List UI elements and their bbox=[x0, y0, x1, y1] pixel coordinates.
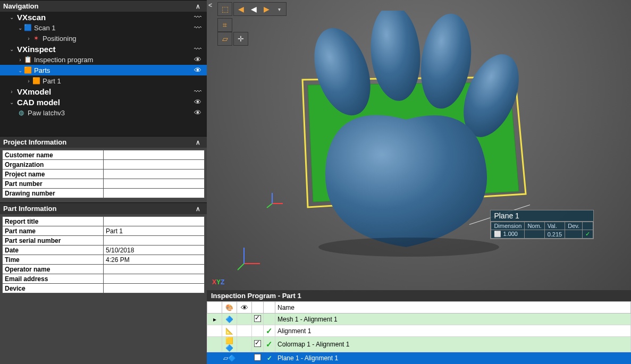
table-row[interactable]: Date5/10/2018 bbox=[3, 246, 205, 255]
row-name: Alignment 1 bbox=[275, 325, 631, 337]
grid-row[interactable]: 🟨🔷 ✓ Colormap 1 - Alignment 1 bbox=[207, 337, 631, 352]
table-row[interactable]: Project name bbox=[3, 170, 205, 179]
value[interactable] bbox=[104, 265, 205, 274]
table-row[interactable]: Customer name bbox=[3, 150, 205, 160]
table-row[interactable]: Part serial number bbox=[3, 236, 205, 246]
table-row[interactable]: Device bbox=[3, 284, 205, 293]
table-row[interactable]: Drawing number bbox=[3, 189, 205, 198]
value[interactable] bbox=[104, 160, 205, 170]
tree-part1[interactable]: › 🟧 Part 1 bbox=[0, 75, 207, 86]
wave-icon[interactable]: 〰 bbox=[192, 45, 204, 53]
grid-col-type[interactable]: 🎨 bbox=[222, 302, 237, 314]
tree-vxmodel[interactable]: › VXmodel 〰 bbox=[0, 86, 207, 97]
grid-row[interactable]: 📐 ✓ Alignment 1 bbox=[207, 325, 631, 337]
inspection-grid-header[interactable]: Inspection Program - Part 1 bbox=[207, 290, 631, 301]
expand-icon[interactable]: ⌄ bbox=[9, 46, 15, 52]
value[interactable]: Part 1 bbox=[104, 226, 205, 236]
expand-icon[interactable]: ⌄ bbox=[17, 67, 23, 73]
expand-icon[interactable]: › bbox=[17, 57, 23, 63]
table-row[interactable]: Report title bbox=[3, 217, 205, 226]
grid-row-selected[interactable]: ▱🔷 ✓ Plane 1 - Alignment 1 bbox=[207, 352, 631, 364]
inspection-grid: 🎨 👁 Name ▸ 🔷 Mesh 1 - Alignment 1 📐 ✓ bbox=[207, 301, 631, 364]
collapse-icon[interactable]: ∧ bbox=[193, 3, 203, 10]
table-row[interactable]: Operator name bbox=[3, 265, 205, 274]
3d-viewport[interactable]: < ⬚ ◀ ◀ ▶ ▾ ⌗ ▱ ✛ bbox=[207, 0, 631, 290]
tree-vxscan[interactable]: ⌄ VXscan 〰 bbox=[0, 12, 207, 22]
table-row[interactable]: Time4:26 PM bbox=[3, 255, 205, 265]
eye-icon[interactable]: 👁 bbox=[192, 66, 204, 74]
value[interactable] bbox=[104, 189, 205, 198]
value[interactable]: 5/10/2018 bbox=[104, 246, 205, 255]
part-info-table: Report title Part namePart 1 Part serial… bbox=[2, 216, 205, 293]
z-axis-label: Z bbox=[221, 278, 224, 286]
col-dev: Dev. bbox=[565, 222, 583, 230]
grid-row[interactable]: ▸ 🔷 Mesh 1 - Alignment 1 bbox=[207, 314, 631, 325]
expand-icon[interactable]: ⌄ bbox=[9, 14, 15, 20]
grid-col-expand[interactable] bbox=[207, 302, 222, 314]
navigation-header[interactable]: Navigation ∧ bbox=[0, 0, 207, 12]
wave-icon[interactable]: 〰 bbox=[192, 87, 204, 96]
wave-icon[interactable]: 〰 bbox=[192, 13, 204, 21]
label: Part number bbox=[3, 179, 104, 189]
navigation-tree: ⌄ VXscan 〰 ⌄ 🟦 Scan 1 〰 › ✶ Positioning … bbox=[0, 12, 207, 136]
grid-col-vis[interactable]: 👁 bbox=[237, 302, 252, 314]
grid-header-row: 🎨 👁 Name bbox=[207, 302, 631, 314]
part-info-header[interactable]: Part Information ∧ bbox=[0, 202, 207, 214]
check-icon: ✓ bbox=[266, 340, 273, 349]
table-row[interactable]: Organization bbox=[3, 160, 205, 170]
checkbox[interactable] bbox=[254, 340, 261, 347]
row-expand-icon[interactable]: ▸ bbox=[207, 314, 222, 325]
tree-cadmodel[interactable]: ⌄ CAD model 👁 bbox=[0, 97, 207, 107]
tree-positioning[interactable]: › ✶ Positioning bbox=[0, 33, 207, 44]
eye-icon[interactable]: 👁 bbox=[192, 108, 204, 117]
table-row[interactable]: Part namePart 1 bbox=[3, 226, 205, 236]
col-nom: Nom. bbox=[525, 222, 544, 230]
grid-col-chk2[interactable] bbox=[264, 302, 275, 314]
mesh-icon: 🔷 bbox=[222, 314, 237, 325]
model-icon: ◍ bbox=[17, 109, 26, 116]
checkbox[interactable] bbox=[254, 315, 261, 322]
select-rect-icon[interactable]: ⬚ bbox=[218, 3, 231, 15]
orbit-left-icon[interactable]: ◀ bbox=[234, 3, 247, 15]
mesh-icon: 🔷 bbox=[228, 354, 236, 362]
project-info-header[interactable]: Project Information ∧ bbox=[0, 136, 207, 148]
table-row[interactable]: Email address bbox=[3, 274, 205, 284]
expand-icon[interactable]: ⌄ bbox=[9, 99, 15, 105]
expand-icon[interactable]: ⌄ bbox=[17, 25, 23, 31]
tree-vxmodel-label: VXmodel bbox=[15, 87, 192, 96]
tree-paw[interactable]: ◍ Paw latchv3 👁 bbox=[0, 107, 207, 118]
panel-collapse-icon[interactable]: < bbox=[208, 2, 212, 9]
eye-icon[interactable]: 👁 bbox=[192, 55, 204, 64]
expand-icon[interactable]: › bbox=[26, 36, 32, 41]
checkbox[interactable] bbox=[254, 354, 261, 361]
value[interactable] bbox=[104, 217, 205, 226]
value[interactable] bbox=[104, 150, 205, 160]
eye-icon[interactable]: 👁 bbox=[192, 98, 204, 106]
tree-inspprog[interactable]: › 📋 Inspection program 👁 bbox=[0, 54, 207, 65]
row-name: Mesh 1 - Alignment 1 bbox=[275, 314, 631, 325]
mesh-icon[interactable]: ⌗ bbox=[218, 19, 231, 31]
value[interactable]: 4:26 PM bbox=[104, 255, 205, 265]
value[interactable] bbox=[104, 284, 205, 293]
grid-col-chk1[interactable] bbox=[252, 302, 264, 314]
collapse-icon[interactable]: ∧ bbox=[193, 205, 203, 213]
plane-icon[interactable]: ▱ bbox=[218, 33, 231, 45]
value[interactable] bbox=[104, 170, 205, 179]
plane-icon: ▱ bbox=[223, 354, 228, 362]
collapse-icon[interactable]: ∧ bbox=[193, 139, 203, 146]
expand-icon[interactable]: › bbox=[26, 78, 32, 84]
tree-scan1[interactable]: ⌄ 🟦 Scan 1 〰 bbox=[0, 22, 207, 33]
grid-col-name[interactable]: Name bbox=[275, 302, 631, 314]
table-row[interactable]: Part number bbox=[3, 179, 205, 189]
tree-parts[interactable]: ⌄ 🟧 Parts 👁 bbox=[0, 65, 207, 75]
value[interactable] bbox=[104, 274, 205, 284]
value[interactable] bbox=[104, 236, 205, 246]
wave-icon[interactable]: 〰 bbox=[192, 23, 204, 32]
target-icon[interactable]: ✛ bbox=[234, 33, 247, 45]
expand-icon[interactable]: › bbox=[9, 89, 15, 95]
tree-vxinspect[interactable]: ⌄ VXinspect 〰 bbox=[0, 44, 207, 54]
label: Operator name bbox=[3, 265, 104, 274]
value[interactable] bbox=[104, 179, 205, 189]
label: Part name bbox=[3, 226, 104, 236]
annotation-plane1[interactable]: Plane 1 Dimension Nom. Val. Dev. ⬜ 1.000… bbox=[490, 210, 594, 239]
